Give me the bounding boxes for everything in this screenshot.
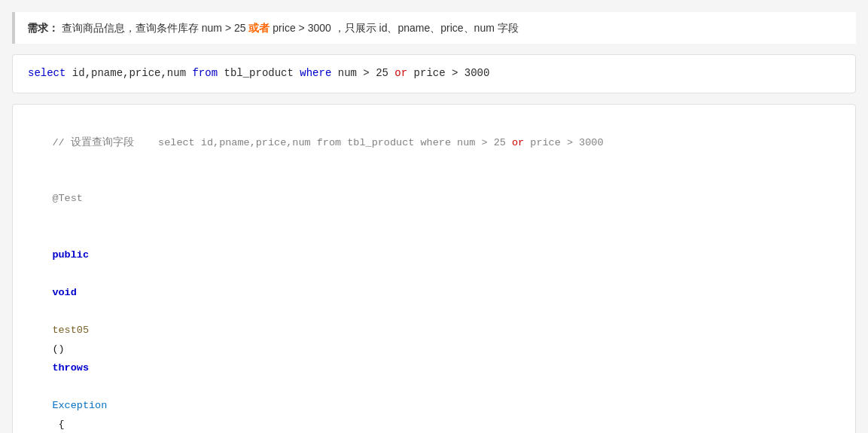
sql-cond1: num > 25 (338, 67, 395, 79)
space2 (52, 306, 58, 317)
req-or: 或者 (248, 22, 270, 34)
sql-select-kw: select (28, 67, 65, 79)
comment-or: or (512, 137, 524, 148)
sql-fields: id,pname,price,num (72, 67, 193, 79)
sql-or-kw: or (394, 67, 407, 79)
method-params: () (52, 343, 70, 355)
requirement-box: 需求： 查询商品信息，查询条件库存 num > 25 或者 price > 30… (12, 12, 856, 44)
method-name: test05 (52, 325, 89, 336)
comment-rest: price > 3000 (524, 137, 603, 148)
sql-cond2: price > 3000 (414, 67, 490, 79)
req-text2: price > 3000 ，只展示 id、pname、price、num 字段 (273, 22, 518, 34)
kw-public: public (52, 249, 89, 261)
code-line-method-sig: public void test05 () throws Exception { (28, 227, 840, 433)
sql-table: tbl_product (224, 67, 300, 79)
kw-void: void (52, 287, 76, 298)
sql-from-kw: from (192, 67, 218, 79)
kw-throws: throws (52, 362, 89, 374)
open-brace: { (52, 419, 64, 430)
comment-label: // 设置查询字段 select id,pname,price,num from… (52, 137, 512, 148)
code-line-test-annot: @Test (28, 171, 840, 227)
test-annotation: @Test (52, 193, 83, 204)
req-text: 查询商品信息，查询条件库存 num > 25 (62, 22, 249, 34)
space3 (52, 381, 58, 392)
exception-type: Exception (52, 400, 107, 411)
code-line-comment1: // 设置查询字段 select id,pname,price,num from… (28, 115, 840, 172)
req-prefix: 需求： (27, 22, 59, 34)
sql-line: select id,pname,price,num from tbl_produ… (28, 67, 489, 79)
space1 (52, 268, 58, 279)
sql-box: select id,pname,price,num from tbl_produ… (12, 54, 856, 93)
code-box: // 设置查询字段 select id,pname,price,num from… (12, 104, 856, 433)
sql-where-kw: where (300, 67, 331, 79)
